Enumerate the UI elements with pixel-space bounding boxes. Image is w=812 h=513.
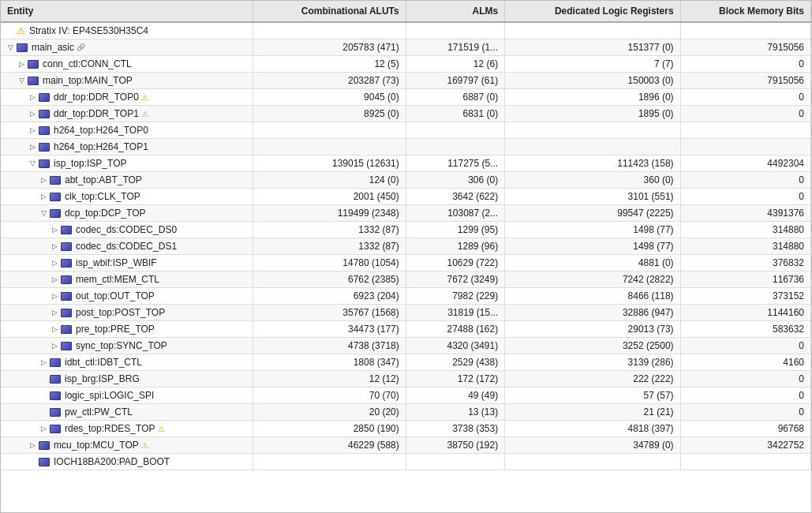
entity-name: post_top:POST_TOP (76, 307, 165, 318)
table-row[interactable]: ▷ clk_top:CLK_TOP 2001 (450)3642 (622)31… (1, 189, 811, 205)
comb-alut-value: 12 (12) (253, 371, 406, 388)
col-header-bmb[interactable]: Block Memory Bits (680, 1, 810, 22)
alm-value: 6887 (0) (406, 89, 504, 106)
alm-value: 3738 (353) (406, 421, 504, 437)
expand-icon[interactable]: ▽ (6, 43, 15, 52)
comb-alut-value: 46229 (588) (253, 437, 406, 454)
expand-icon[interactable]: ▷ (50, 225, 59, 234)
table-row[interactable]: ▷ ddr_top:DDR_TOP1 ⚠ 8925 (0)6831 (0)189… (1, 106, 811, 122)
table-row[interactable]: ▷ codec_ds:CODEC_DS1 1332 (87)1289 (96)1… (1, 238, 811, 255)
expand-icon[interactable]: ▷ (28, 125, 37, 135)
alm-value (406, 454, 504, 470)
table-row[interactable]: ▷ h264_top:H264_TOP1 (1, 139, 811, 155)
expand-icon[interactable]: ▷ (50, 324, 59, 334)
chip-icon (39, 159, 50, 168)
expand-icon[interactable]: ▽ (28, 159, 37, 168)
dlr-value: 4818 (397) (505, 421, 680, 437)
table-row[interactable]: ▷ h264_top:H264_TOP0 (1, 122, 811, 139)
expand-icon[interactable]: ▷ (50, 291, 59, 301)
comb-alut-value: 1808 (347) (253, 354, 406, 371)
table-row[interactable]: ▽ main_asic 🔗 205783 (471)171519 (1...15… (1, 39, 811, 56)
table-row[interactable]: ▷ rdes_top:RDES_TOP ⚠ 2850 (190)3738 (35… (1, 421, 811, 437)
comb-alut-value: 14780 (1054) (253, 255, 406, 271)
table-row[interactable]: ▷ abt_top:ABT_TOP 124 (0)306 (0)360 (0)0 (1, 172, 811, 189)
entity-name: Stratix IV: EP4SE530H35C4 (29, 25, 148, 36)
table-row[interactable]: ▷ pre_top:PRE_TOP 34473 (177)27488 (162)… (1, 321, 811, 338)
alm-value: 306 (0) (406, 172, 504, 189)
table-row[interactable]: ▷ idbt_ctl:IDBT_CTL 1808 (347)2529 (438)… (1, 354, 811, 371)
col-header-entity[interactable]: Entity (1, 1, 253, 22)
entity-name: logic_spi:LOGIC_SPI (65, 390, 154, 401)
table-row[interactable]: logic_spi:LOGIC_SPI 70 (70)49 (49)57 (57… (1, 388, 811, 404)
alm-value: 3642 (622) (406, 189, 504, 205)
table-row[interactable]: ▷ mem_ctl:MEM_CTL 6762 (2385)7672 (3249)… (1, 271, 811, 288)
table-row[interactable]: IOCH18BA200:PAD_BOOT (1, 454, 811, 470)
expand-icon[interactable]: ▷ (39, 358, 48, 367)
table-row[interactable]: ▽ isp_top:ISP_TOP 139015 (12631)117275 (… (1, 155, 811, 172)
chip-icon (50, 193, 61, 201)
table-row[interactable]: ▷ mcu_top:MCU_TOP ⚠ 46229 (588)38750 (19… (1, 437, 811, 454)
entity-name: conn_ctl:CONN_CTL (43, 58, 132, 69)
table-row[interactable]: ▷ codec_ds:CODEC_DS0 1332 (87)1299 (95)1… (1, 222, 811, 238)
dlr-value: 34789 (0) (505, 437, 680, 454)
bmb-value: 4391376 (680, 205, 810, 222)
expand-icon[interactable]: ▷ (50, 341, 59, 350)
entity-cell: ▷ mem_ctl:MEM_CTL (1, 271, 253, 288)
table-row[interactable]: ▽ dcp_top:DCP_TOP 119499 (2348)103087 (2… (1, 205, 811, 222)
table-row[interactable]: ▷ conn_ctl:CONN_CTL 12 (5)12 (6)7 (7)0 (1, 56, 811, 73)
entity-cell: ▽ main_asic 🔗 (1, 39, 253, 56)
alm-value (406, 139, 504, 155)
entity-cell: ▽ isp_top:ISP_TOP (1, 155, 253, 172)
alm-value (406, 122, 504, 139)
expand-icon[interactable]: ▷ (50, 258, 59, 268)
expand-icon[interactable]: ▷ (28, 142, 37, 152)
expand-icon[interactable]: ▷ (28, 92, 37, 102)
table-row[interactable]: pw_ctl:PW_CTL 20 (20)13 (13)21 (21)0 (1, 404, 811, 421)
chip-icon (61, 292, 72, 301)
expand-icon[interactable]: ▷ (50, 275, 59, 284)
warning-icon: ⚠ (17, 25, 25, 36)
bmb-value: 0 (680, 106, 810, 122)
table-row[interactable]: isp_brg:ISP_BRG 12 (12)172 (172)222 (222… (1, 371, 811, 388)
dlr-value: 7 (7) (505, 56, 680, 73)
table-row[interactable]: ▷ out_top:OUT_TOP 6923 (204)7982 (229)84… (1, 288, 811, 305)
entity-cell: IOCH18BA200:PAD_BOOT (1, 454, 253, 470)
table-row[interactable]: ▷ isp_wbif:ISP_WBIF 14780 (1054)10629 (7… (1, 255, 811, 271)
entity-name: main_asic (32, 42, 74, 53)
entity-name: ddr_top:DDR_TOP0 (54, 92, 139, 103)
comb-alut-value: 6762 (2385) (253, 271, 406, 288)
table-row[interactable]: ▷ post_top:POST_TOP 35767 (1568)31819 (1… (1, 305, 811, 321)
bmb-value: 116736 (680, 271, 810, 288)
entity-cell: logic_spi:LOGIC_SPI (1, 388, 253, 404)
col-header-dlr[interactable]: Dedicated Logic Registers (505, 1, 680, 22)
alm-value: 27488 (162) (406, 321, 504, 338)
bmb-value: 0 (680, 189, 810, 205)
col-header-alm[interactable]: ALMs (406, 1, 504, 22)
expand-icon[interactable]: ▽ (17, 76, 26, 85)
entity-name: codec_ds:CODEC_DS1 (76, 241, 177, 252)
table-row[interactable]: ▽ main_top:MAIN_TOP 203287 (73)169797 (6… (1, 73, 811, 89)
chip-icon (39, 110, 50, 118)
alm-value: 12 (6) (406, 56, 504, 73)
dlr-value: 32886 (947) (505, 305, 680, 321)
resource-table-container[interactable]: Entity Combinational ALUTs ALMs Dedicate… (0, 0, 812, 513)
expand-icon[interactable]: ▷ (39, 175, 48, 185)
warning2-icon: ⚠ (141, 93, 148, 102)
alm-value: 38750 (192) (406, 437, 504, 454)
expand-icon[interactable]: ▷ (28, 109, 37, 118)
alm-value: 7982 (229) (406, 288, 504, 305)
expand-icon[interactable]: ▷ (39, 192, 48, 201)
alm-value: 2529 (438) (406, 354, 504, 371)
expand-icon[interactable]: ▽ (39, 208, 48, 218)
expand-icon[interactable]: ▷ (39, 424, 48, 433)
expand-icon[interactable]: ▷ (50, 242, 59, 251)
table-row[interactable]: ⚠ Stratix IV: EP4SE530H35C4 (1, 22, 811, 39)
expand-icon[interactable]: ▷ (28, 440, 37, 450)
comb-alut-value: 12 (5) (253, 56, 406, 73)
expand-icon[interactable]: ▷ (50, 308, 59, 317)
table-row[interactable]: ▷ ddr_top:DDR_TOP0 ⚠ 9045 (0)6887 (0)189… (1, 89, 811, 106)
col-header-comb[interactable]: Combinational ALUTs (253, 1, 406, 22)
expand-icon[interactable]: ▷ (17, 59, 26, 69)
table-row[interactable]: ▷ sync_top:SYNC_TOP 4738 (3718)4320 (349… (1, 338, 811, 354)
expand-placeholder (39, 407, 48, 417)
